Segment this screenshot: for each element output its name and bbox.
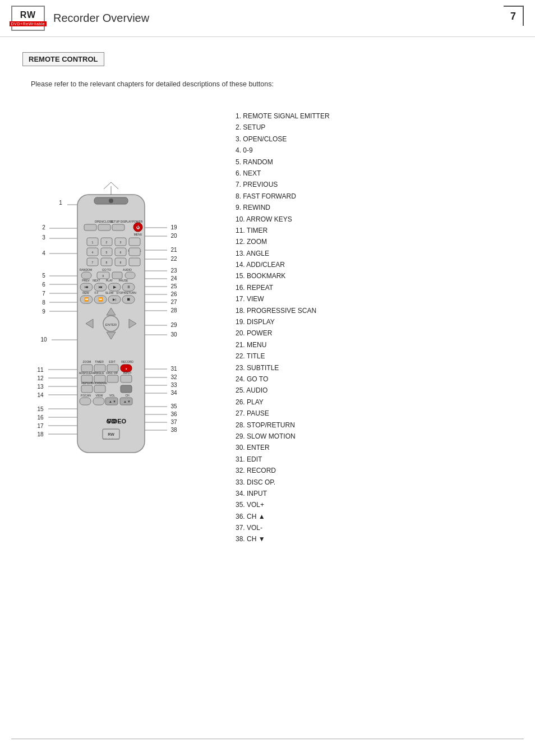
svg-point-78	[109, 199, 113, 203]
info-item-32: 32. RECORD	[236, 465, 524, 476]
info-item-28: 28. STOP/RETURN	[236, 420, 524, 431]
info-item-3: 3. OPEN/CLOSE	[236, 133, 524, 145]
svg-text:NEXT: NEXT	[93, 279, 100, 282]
svg-text:PREV: PREV	[82, 279, 90, 282]
svg-text:DISC OP.: DISC OP.	[106, 371, 118, 375]
svg-rect-107	[129, 248, 140, 256]
svg-text:29: 29	[170, 322, 177, 328]
info-item-19: 19. DISPLAY	[236, 316, 524, 328]
page-number: 7	[504, 6, 524, 26]
intro-text: Please refer to the relevant chapters fo…	[31, 80, 513, 88]
svg-rect-169	[121, 375, 132, 382]
info-item-33: 33. DISC OP.	[236, 477, 524, 488]
svg-text:P.SCAN: P.SCAN	[81, 394, 91, 397]
svg-text:5: 5	[106, 251, 108, 254]
info-item-26: 26. PLAY	[236, 397, 524, 408]
svg-text:26: 26	[170, 291, 177, 297]
svg-text:2: 2	[42, 224, 45, 231]
svg-rect-86	[84, 224, 96, 231]
svg-text:MENU: MENU	[134, 233, 142, 236]
info-item-6: 6. NEXT	[236, 168, 524, 179]
svg-text:24: 24	[170, 275, 177, 282]
svg-text:⏸: ⏸	[127, 285, 131, 289]
info-item-34: 34. INPUT	[236, 488, 524, 499]
svg-rect-174	[121, 385, 132, 393]
footer-line	[11, 739, 524, 739]
svg-text:9: 9	[42, 308, 45, 315]
svg-text:31: 31	[170, 366, 177, 372]
info-item-5: 5. RANDOM	[236, 156, 524, 168]
svg-rect-99	[129, 238, 140, 246]
info-item-16: 16. REPEAT	[236, 282, 524, 293]
info-item-38: 38. CH ▼	[236, 533, 524, 545]
svg-text:ZOOM: ZOOM	[83, 360, 91, 363]
svg-text:⏮: ⏮	[85, 285, 89, 289]
svg-rect-118	[81, 272, 91, 279]
svg-text:BOOKMARK: BOOKMARK	[91, 381, 108, 385]
svg-text:ANGLE: ANGLE	[95, 371, 105, 375]
svg-text:RECORD: RECORD	[121, 360, 133, 363]
svg-text:2: 2	[106, 241, 108, 244]
svg-text:17: 17	[37, 423, 44, 429]
svg-text:16: 16	[37, 414, 44, 421]
svg-text:7: 7	[42, 291, 45, 297]
svg-text:9: 9	[120, 261, 122, 264]
svg-text:▼: ▼	[113, 400, 116, 403]
svg-text:6: 6	[42, 282, 45, 288]
info-item-2: 2. SETUP	[236, 122, 524, 133]
svg-text:4: 4	[92, 251, 94, 254]
info-item-12: 12. ZOOM	[236, 236, 524, 247]
info-item-36: 36. CH ▲	[236, 511, 524, 522]
svg-text:DISPLAY: DISPLAY	[121, 220, 132, 223]
svg-text:7: 7	[92, 261, 94, 264]
svg-text:3: 3	[42, 234, 45, 241]
svg-text:ADD/CLEAR: ADD/CLEAR	[79, 371, 95, 375]
info-item-9: 9. REWIND	[236, 202, 524, 213]
remote-diagram: 1 2 3 4 5 6 7 8 9 10 1	[11, 105, 219, 475]
svg-text:▲: ▲	[109, 400, 112, 403]
svg-text:⏹: ⏹	[127, 297, 131, 301]
logo-sub: DVD+ReWritable	[10, 21, 47, 26]
svg-text:18: 18	[37, 431, 44, 437]
svg-rect-168	[107, 375, 118, 382]
info-item-31: 31. EDIT	[236, 454, 524, 465]
info-item-35: 35. VOL+	[236, 499, 524, 510]
svg-text:38: 38	[170, 427, 177, 433]
info-item-21: 21. MENU	[236, 339, 524, 351]
svg-text:20: 20	[170, 233, 177, 239]
svg-text:DVD+ReWritable: DVD+ReWritable	[103, 437, 120, 440]
svg-text:⏪: ⏪	[84, 297, 89, 302]
svg-rect-122	[125, 272, 135, 279]
svg-text:4: 4	[42, 250, 45, 256]
info-item-13: 13. ANGLE	[236, 248, 524, 259]
info-item-27: 27. PAUSE	[236, 408, 524, 419]
logo: RW DVD+ReWritable	[11, 6, 45, 31]
svg-text:13: 13	[37, 384, 44, 390]
svg-text:3: 3	[120, 241, 122, 244]
svg-text:REW: REW	[82, 291, 89, 294]
svg-text:19: 19	[170, 224, 177, 231]
svg-text:SLOW: SLOW	[105, 291, 114, 294]
info-item-11: 11. TIMER	[236, 225, 524, 236]
svg-text:STOP/RETURN: STOP/RETURN	[116, 291, 136, 294]
svg-text:●: ●	[125, 367, 127, 370]
svg-text:VOL: VOL	[109, 394, 115, 397]
logo-text: RW	[20, 10, 36, 20]
info-item-1: 1. REMOTE SIGNAL EMITTER	[236, 110, 524, 122]
svg-text:28: 28	[170, 307, 177, 314]
svg-text:8: 8	[42, 299, 45, 306]
info-item-7: 7. PREVIOUS	[236, 179, 524, 190]
svg-text:12: 12	[37, 375, 44, 381]
svg-text:RANDOM: RANDOM	[80, 268, 92, 271]
svg-text:▼: ▼	[127, 400, 131, 403]
svg-text:30: 30	[170, 331, 177, 338]
svg-text:23: 23	[170, 268, 177, 274]
svg-text:0: 0	[103, 274, 104, 278]
svg-text:TIMER: TIMER	[95, 360, 104, 363]
svg-text:RW: RW	[108, 432, 114, 436]
info-item-14: 14. ADD/CLEAR	[236, 259, 524, 270]
svg-text:6: 6	[120, 251, 122, 254]
svg-text:21: 21	[170, 247, 177, 253]
svg-rect-114	[129, 258, 140, 266]
svg-text:EDIT: EDIT	[109, 360, 115, 363]
